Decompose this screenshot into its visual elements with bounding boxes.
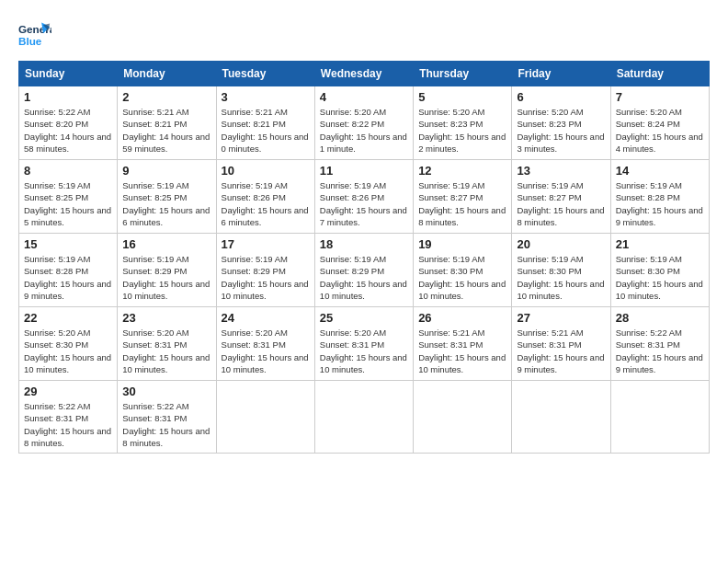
calendar-cell: 24Sunrise: 5:20 AMSunset: 8:31 PMDayligh…: [216, 307, 314, 381]
day-info: Sunrise: 5:20 AMSunset: 8:30 PMDaylight:…: [24, 327, 112, 375]
day-info: Sunrise: 5:20 AMSunset: 8:23 PMDaylight:…: [517, 106, 605, 155]
day-number: 25: [320, 311, 408, 325]
day-number: 8: [24, 164, 112, 178]
calendar-cell: 25Sunrise: 5:20 AMSunset: 8:31 PMDayligh…: [314, 307, 413, 381]
day-info: Sunrise: 5:19 AMSunset: 8:29 PMDaylight:…: [122, 253, 210, 302]
day-info: Sunrise: 5:19 AMSunset: 8:27 PMDaylight:…: [418, 179, 506, 228]
calendar-week: 8Sunrise: 5:19 AMSunset: 8:25 PMDaylight…: [19, 160, 710, 234]
day-info: Sunrise: 5:22 AMSunset: 8:31 PMDaylight:…: [24, 400, 112, 449]
header: General Blue: [18, 18, 710, 52]
calendar-cell: 7Sunrise: 5:20 AMSunset: 8:24 PMDaylight…: [610, 86, 709, 160]
day-info: Sunrise: 5:19 AMSunset: 8:28 PMDaylight:…: [24, 253, 112, 302]
calendar-cell: 28Sunrise: 5:22 AMSunset: 8:31 PMDayligh…: [610, 307, 709, 381]
day-info: Sunrise: 5:19 AMSunset: 8:29 PMDaylight:…: [222, 253, 310, 302]
day-number: 21: [616, 237, 704, 251]
calendar-cell: 10Sunrise: 5:19 AMSunset: 8:26 PMDayligh…: [216, 160, 314, 234]
weekday-header-monday: Monday: [118, 62, 216, 86]
day-info: Sunrise: 5:19 AMSunset: 8:25 PMDaylight:…: [24, 179, 112, 228]
day-info: Sunrise: 5:19 AMSunset: 8:26 PMDaylight:…: [320, 179, 408, 228]
day-number: 16: [122, 237, 210, 251]
day-info: Sunrise: 5:19 AMSunset: 8:30 PMDaylight:…: [616, 253, 704, 302]
day-info: Sunrise: 5:19 AMSunset: 8:26 PMDaylight:…: [222, 179, 310, 228]
day-number: 24: [222, 311, 310, 325]
calendar-cell: 22Sunrise: 5:20 AMSunset: 8:30 PMDayligh…: [19, 307, 118, 381]
calendar-cell: 27Sunrise: 5:21 AMSunset: 8:31 PMDayligh…: [512, 307, 610, 381]
day-info: Sunrise: 5:21 AMSunset: 8:21 PMDaylight:…: [122, 106, 210, 155]
day-number: 14: [616, 164, 704, 178]
logo: General Blue: [18, 18, 51, 52]
day-number: 12: [418, 164, 506, 178]
day-number: 30: [122, 385, 210, 398]
weekday-header-thursday: Thursday: [414, 62, 512, 86]
day-number: 18: [320, 237, 408, 251]
calendar-cell: [512, 381, 610, 454]
day-number: 1: [24, 90, 112, 104]
calendar-cell: 19Sunrise: 5:19 AMSunset: 8:30 PMDayligh…: [414, 234, 512, 307]
calendar-cell: 23Sunrise: 5:20 AMSunset: 8:31 PMDayligh…: [118, 307, 216, 381]
day-info: Sunrise: 5:19 AMSunset: 8:30 PMDaylight:…: [517, 253, 605, 302]
day-info: Sunrise: 5:20 AMSunset: 8:22 PMDaylight:…: [320, 106, 408, 155]
calendar: SundayMondayTuesdayWednesdayThursdayFrid…: [18, 61, 710, 454]
weekday-header-sunday: Sunday: [19, 62, 118, 86]
calendar-cell: 8Sunrise: 5:19 AMSunset: 8:25 PMDaylight…: [19, 160, 118, 234]
calendar-cell: 1Sunrise: 5:22 AMSunset: 8:20 PMDaylight…: [19, 86, 118, 160]
calendar-cell: 4Sunrise: 5:20 AMSunset: 8:22 PMDaylight…: [314, 86, 413, 160]
day-info: Sunrise: 5:19 AMSunset: 8:25 PMDaylight:…: [122, 179, 210, 228]
calendar-cell: 26Sunrise: 5:21 AMSunset: 8:31 PMDayligh…: [414, 307, 512, 381]
day-number: 2: [122, 90, 210, 104]
weekday-header-saturday: Saturday: [610, 62, 709, 86]
day-number: 7: [616, 90, 704, 104]
logo-icon: General Blue: [18, 18, 51, 52]
calendar-cell: 9Sunrise: 5:19 AMSunset: 8:25 PMDaylight…: [118, 160, 216, 234]
day-number: 17: [222, 237, 310, 251]
day-number: 23: [122, 311, 210, 325]
calendar-cell: 17Sunrise: 5:19 AMSunset: 8:29 PMDayligh…: [216, 234, 314, 307]
calendar-cell: 15Sunrise: 5:19 AMSunset: 8:28 PMDayligh…: [19, 234, 118, 307]
day-info: Sunrise: 5:21 AMSunset: 8:21 PMDaylight:…: [222, 106, 310, 155]
calendar-cell: 2Sunrise: 5:21 AMSunset: 8:21 PMDaylight…: [118, 86, 216, 160]
day-number: 29: [24, 385, 112, 398]
day-number: 15: [24, 237, 112, 251]
day-info: Sunrise: 5:19 AMSunset: 8:29 PMDaylight:…: [320, 253, 408, 302]
day-info: Sunrise: 5:19 AMSunset: 8:28 PMDaylight:…: [616, 179, 704, 228]
day-info: Sunrise: 5:20 AMSunset: 8:23 PMDaylight:…: [418, 106, 506, 155]
day-info: Sunrise: 5:20 AMSunset: 8:31 PMDaylight:…: [320, 327, 408, 375]
calendar-week: 15Sunrise: 5:19 AMSunset: 8:28 PMDayligh…: [19, 234, 710, 307]
day-number: 28: [616, 311, 704, 325]
calendar-cell: 11Sunrise: 5:19 AMSunset: 8:26 PMDayligh…: [314, 160, 413, 234]
day-number: 11: [320, 164, 408, 178]
svg-text:Blue: Blue: [18, 35, 42, 47]
day-info: Sunrise: 5:22 AMSunset: 8:20 PMDaylight:…: [24, 106, 112, 155]
calendar-week: 29Sunrise: 5:22 AMSunset: 8:31 PMDayligh…: [19, 381, 710, 454]
calendar-week: 22Sunrise: 5:20 AMSunset: 8:30 PMDayligh…: [19, 307, 710, 381]
day-number: 10: [222, 164, 310, 178]
calendar-cell: 13Sunrise: 5:19 AMSunset: 8:27 PMDayligh…: [512, 160, 610, 234]
day-info: Sunrise: 5:21 AMSunset: 8:31 PMDaylight:…: [418, 327, 506, 375]
calendar-cell: 16Sunrise: 5:19 AMSunset: 8:29 PMDayligh…: [118, 234, 216, 307]
day-info: Sunrise: 5:21 AMSunset: 8:31 PMDaylight:…: [517, 327, 605, 375]
day-info: Sunrise: 5:19 AMSunset: 8:30 PMDaylight:…: [418, 253, 506, 302]
day-number: 27: [517, 311, 605, 325]
day-info: Sunrise: 5:20 AMSunset: 8:31 PMDaylight:…: [222, 327, 310, 375]
day-info: Sunrise: 5:20 AMSunset: 8:24 PMDaylight:…: [616, 106, 704, 155]
day-info: Sunrise: 5:22 AMSunset: 8:31 PMDaylight:…: [122, 400, 210, 449]
calendar-cell: 21Sunrise: 5:19 AMSunset: 8:30 PMDayligh…: [610, 234, 709, 307]
calendar-cell: 18Sunrise: 5:19 AMSunset: 8:29 PMDayligh…: [314, 234, 413, 307]
day-number: 3: [222, 90, 310, 104]
calendar-cell: 5Sunrise: 5:20 AMSunset: 8:23 PMDaylight…: [414, 86, 512, 160]
day-info: Sunrise: 5:20 AMSunset: 8:31 PMDaylight:…: [122, 327, 210, 375]
calendar-cell: [610, 381, 709, 454]
weekday-header-tuesday: Tuesday: [216, 62, 314, 86]
day-number: 22: [24, 311, 112, 325]
calendar-cell: 12Sunrise: 5:19 AMSunset: 8:27 PMDayligh…: [414, 160, 512, 234]
day-number: 4: [320, 90, 408, 104]
calendar-cell: 3Sunrise: 5:21 AMSunset: 8:21 PMDaylight…: [216, 86, 314, 160]
calendar-cell: [314, 381, 413, 454]
calendar-week: 1Sunrise: 5:22 AMSunset: 8:20 PMDaylight…: [19, 86, 710, 160]
calendar-cell: 30Sunrise: 5:22 AMSunset: 8:31 PMDayligh…: [118, 381, 216, 454]
calendar-cell: 14Sunrise: 5:19 AMSunset: 8:28 PMDayligh…: [610, 160, 709, 234]
day-info: Sunrise: 5:22 AMSunset: 8:31 PMDaylight:…: [616, 327, 704, 375]
day-number: 5: [418, 90, 506, 104]
day-number: 26: [418, 311, 506, 325]
calendar-cell: [216, 381, 314, 454]
